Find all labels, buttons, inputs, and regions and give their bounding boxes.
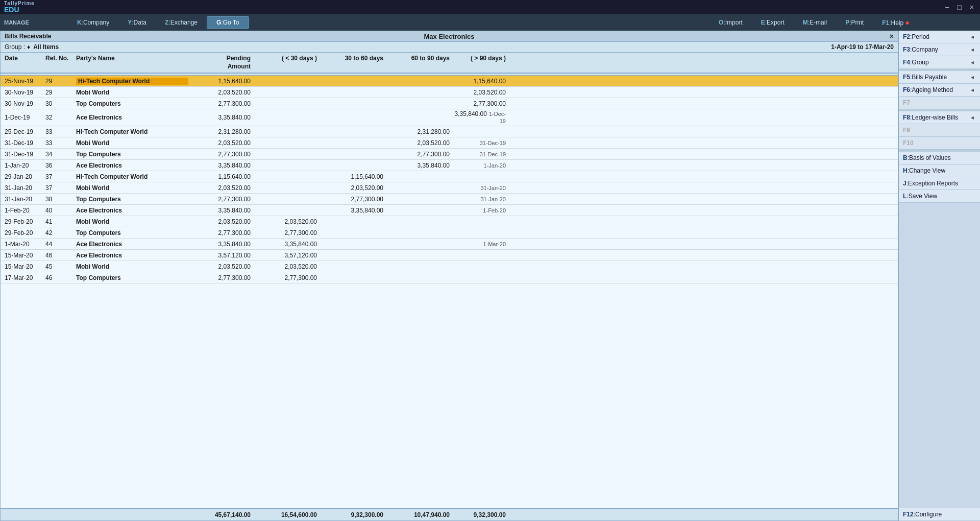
sidebar-btn-f4[interactable]: F4:Group◂ — [899, 56, 980, 69]
cell-pending: 2,77,300.00 — [188, 229, 255, 236]
table-row[interactable]: 1-Dec-19 32 Ace Electronics 3,35,840.00 … — [1, 109, 898, 126]
maximize-btn[interactable]: □ — [955, 3, 963, 11]
cell-party: Mobi World — [76, 89, 188, 96]
report-header: Bills Receivable Max Electronics × — [1, 31, 898, 42]
cell-gt90: 31-Dec-19 — [454, 151, 510, 158]
sidebar-key: F5 — [903, 74, 910, 81]
menu-exchange[interactable]: Z:Exchange — [156, 17, 207, 28]
cell-date: 29-Jan-20 — [5, 173, 45, 180]
group-symbol: ♦ — [27, 43, 30, 51]
total-60to90: 10,47,940.00 — [387, 511, 454, 518]
report-close-btn[interactable]: × — [890, 32, 894, 40]
menu-export[interactable]: E:Export — [752, 17, 794, 28]
cell-pending: 2,31,280.00 — [188, 128, 255, 135]
arrow-icon: ◂ — [969, 59, 976, 66]
cell-ref: 46 — [45, 274, 76, 281]
cell-date: 31-Jan-20 — [5, 196, 45, 203]
cell-pending: 2,03,520.00 — [188, 89, 255, 96]
cell-pending: 3,35,840.00 — [188, 241, 255, 248]
sidebar-btn-f12[interactable]: F12:Configure — [899, 508, 980, 521]
arrow-icon: ◂ — [969, 86, 976, 93]
menu-data[interactable]: Y:Data — [118, 17, 156, 28]
cell-ref: 29 — [45, 78, 76, 85]
sidebar-btn-h[interactable]: H:Change View — [899, 164, 980, 177]
table-row[interactable]: 29-Feb-20 41 Mobi World 2,03,520.00 2,03… — [1, 216, 898, 227]
arrow-icon: ◂ — [969, 46, 976, 53]
minimize-btn[interactable]: − — [943, 3, 951, 11]
table-row[interactable]: 25-Dec-19 33 Hi-Tech Computer World 2,31… — [1, 126, 898, 137]
table-row[interactable]: 1-Mar-20 44 Ace Electronics 3,35,840.00 … — [1, 239, 898, 250]
sidebar-label: Basis of Values — [909, 154, 951, 161]
cell-lt30: 2,03,520.00 — [255, 218, 321, 225]
table-row[interactable]: 29-Jan-20 37 Hi-Tech Computer World 1,15… — [1, 171, 898, 182]
table-row[interactable]: 15-Mar-20 45 Mobi World 2,03,520.00 2,03… — [1, 261, 898, 272]
cell-ref: 37 — [45, 184, 76, 192]
sidebar-btn-f3[interactable]: F3:Company◂ — [899, 43, 980, 56]
cell-date: 1-Jan-20 — [5, 162, 45, 169]
close-btn[interactable]: × — [968, 3, 976, 11]
col-gt90: ( > 90 days ) — [454, 55, 510, 70]
sidebar-btn-f9: F9 — [899, 124, 980, 137]
sidebar-key: F3 — [903, 46, 910, 53]
sidebar-label: Save View — [909, 193, 937, 200]
cell-gt90: 1-Jan-20 — [454, 162, 510, 169]
table-row[interactable]: 15-Mar-20 46 Ace Electronics 3,57,120.00… — [1, 250, 898, 261]
cell-date: 1-Dec-19 — [5, 114, 45, 121]
cell-pending: 2,03,520.00 — [188, 263, 255, 270]
menu-goto[interactable]: G:Go To — [207, 16, 249, 29]
cell-party: Top Computers — [76, 196, 188, 203]
app-name-edu: EDU — [4, 6, 35, 14]
arrow-icon: ◂ — [969, 33, 976, 40]
menu-import[interactable]: O:Import — [709, 17, 752, 28]
cell-ref: 34 — [45, 151, 76, 158]
sidebar-key: F6 — [903, 86, 910, 93]
cell-pending: 1,15,640.00 — [188, 173, 255, 180]
table-row[interactable]: 31-Jan-20 37 Mobi World 2,03,520.00 2,03… — [1, 182, 898, 194]
menu-print[interactable]: P:Print — [836, 17, 873, 28]
total-30to60: 9,32,300.00 — [321, 511, 387, 518]
cell-60to90: 3,35,840.00 — [387, 162, 454, 169]
cell-gt90: 1-Feb-20 — [454, 207, 510, 214]
table-row[interactable]: 17-Mar-20 46 Top Computers 2,77,300.00 2… — [1, 272, 898, 283]
col-lt30: ( < 30 days ) — [255, 55, 321, 70]
cell-party: Ace Electronics — [76, 114, 188, 121]
sidebar-btn-f5[interactable]: F5:Bills Payable◂ — [899, 71, 980, 84]
table-row[interactable]: 1-Jan-20 36 Ace Electronics 3,35,840.00 … — [1, 160, 898, 171]
table-row[interactable]: 30-Nov-19 29 Mobi World 2,03,520.00 2,03… — [1, 87, 898, 98]
menu-help[interactable]: F1:Help ● — [873, 16, 919, 29]
sidebar-btn-f2[interactable]: F2:Period◂ — [899, 31, 980, 43]
table-row[interactable]: 25-Nov-19 29 Hi-Tech Computer World 1,15… — [1, 76, 898, 87]
menu-email[interactable]: M:E-mail — [794, 17, 836, 28]
table-row[interactable]: 31-Dec-19 33 Mobi World 2,03,520.00 2,03… — [1, 137, 898, 149]
cell-pending: 3,57,120.00 — [188, 252, 255, 259]
cell-date: 31-Jan-20 — [5, 184, 45, 192]
cell-60to90: 2,03,520.00 — [387, 139, 454, 147]
sidebar-key: F9 — [903, 127, 910, 134]
cell-ref: 37 — [45, 173, 76, 180]
sidebar-btn-f8[interactable]: F8:Ledger-wise Bills◂ — [899, 111, 980, 124]
cell-date: 31-Dec-19 — [5, 151, 45, 158]
table-row[interactable]: 31-Jan-20 38 Top Computers 2,77,300.00 2… — [1, 194, 898, 205]
cell-party: Top Computers — [76, 100, 188, 107]
sidebar-btn-f7: F7 — [899, 97, 980, 109]
arrow-icon: ◂ — [969, 114, 976, 121]
sidebar-btn-b[interactable]: B:Basis of Values — [899, 152, 980, 164]
table-row[interactable]: 29-Feb-20 42 Top Computers 2,77,300.00 2… — [1, 227, 898, 239]
col-ref: Ref. No. — [45, 55, 76, 70]
sidebar-btn-f6[interactable]: F6:Ageing Method◂ — [899, 84, 980, 97]
table-row[interactable]: 30-Nov-19 30 Top Computers 2,77,300.00 2… — [1, 98, 898, 109]
cell-ref: 42 — [45, 229, 76, 236]
sidebar-btn-j[interactable]: J:Exception Reports — [899, 177, 980, 190]
table-row[interactable]: 31-Dec-19 34 Top Computers 2,77,300.00 2… — [1, 149, 898, 160]
cell-gt90: 31-Jan-20 — [454, 184, 510, 192]
menu-company[interactable]: K:Company — [68, 17, 118, 28]
table-row[interactable]: 1-Feb-20 40 Ace Electronics 3,35,840.00 … — [1, 205, 898, 216]
cell-date: 30-Nov-19 — [5, 100, 45, 107]
company-name: Max Electronics — [424, 33, 475, 40]
sidebar-btn-l[interactable]: L:Save View — [899, 190, 980, 203]
sidebar-key: F12 — [903, 511, 914, 518]
cell-ref: 32 — [45, 114, 76, 121]
cell-date: 15-Mar-20 — [5, 252, 45, 259]
cell-party: Hi-Tech Computer World — [76, 78, 188, 85]
cell-ref: 33 — [45, 139, 76, 147]
